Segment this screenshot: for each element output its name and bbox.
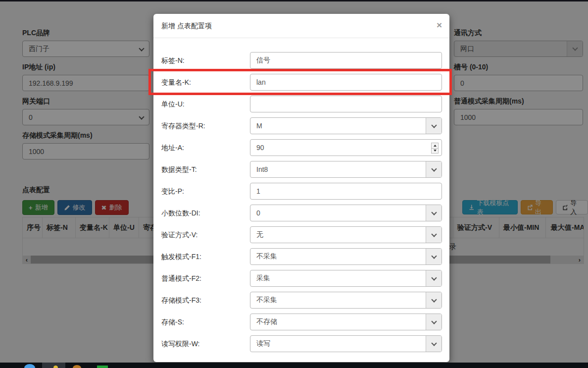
field-verify-v-value: 无	[256, 230, 263, 239]
field-rw-permission-w: 读写权限-W: 读写	[161, 335, 441, 352]
field-datatype-t-value: Int8	[256, 165, 268, 173]
field-storage-s-label: 存储-S:	[161, 314, 184, 330]
field-ratio-p-value[interactable]	[256, 187, 441, 195]
field-trigger-f1: 触发模式-F1: 不采集	[161, 248, 441, 265]
modal-title: 新增 点表配置项	[161, 22, 212, 31]
field-ratio-p: 变比-P:	[161, 183, 441, 200]
taskbar-app-icon[interactable]	[73, 365, 81, 368]
field-register-type-r-label: 寄存器类型-R:	[161, 117, 205, 134]
field-storage-s: 存储-S: 不存储	[161, 314, 441, 330]
select-arrow-box	[426, 270, 441, 286]
field-storage-s-select[interactable]: 不存储	[250, 314, 442, 330]
field-decimals-di-label: 小数位数-DI:	[161, 205, 200, 221]
field-normal-f2-label: 普通模式-F2:	[161, 270, 201, 287]
field-normal-f2-value: 采集	[256, 274, 270, 283]
field-unit-u-input[interactable]	[250, 96, 442, 112]
field-storage-mode-f3: 存储模式-F3: 不采集	[161, 292, 441, 309]
field-tag-n-label: 标签-N:	[161, 52, 185, 69]
field-verify-v-label: 验证方式-V:	[161, 226, 197, 243]
select-arrow-box	[426, 249, 441, 264]
field-address-a-input[interactable]	[250, 139, 442, 156]
chevron-down-icon	[431, 318, 437, 324]
field-decimals-di-value: 0	[256, 209, 260, 217]
field-decimals-di-select[interactable]: 0	[250, 205, 442, 221]
field-datatype-t-label: 数据类型-T:	[161, 161, 197, 178]
chevron-down-icon	[431, 166, 437, 171]
field-decimals-di: 小数位数-DI: 0	[161, 205, 441, 221]
taskbar-app-icon[interactable]	[53, 366, 58, 368]
field-register-type-r: 寄存器类型-R: M	[161, 117, 441, 134]
field-address-a: 地址-A:	[161, 139, 441, 156]
chevron-down-icon	[431, 231, 437, 237]
field-trigger-f1-select[interactable]: 不采集	[250, 248, 442, 265]
chevron-down-icon	[431, 253, 437, 259]
select-arrow-box	[426, 227, 441, 243]
select-arrow-box	[426, 292, 441, 308]
field-rw-permission-w-label: 读写权限-W:	[161, 335, 200, 352]
select-arrow-box	[426, 336, 441, 352]
field-trigger-f1-label: 触发模式-F1:	[161, 248, 201, 265]
add-point-modal: 新增 点表配置项 × 标签-N: 变量名-K: 单位-U: 寄存器类型-R: M	[153, 14, 449, 362]
chevron-down-icon	[431, 340, 437, 346]
field-storage-mode-f3-select[interactable]: 不采集	[250, 292, 442, 309]
select-arrow-box	[426, 314, 441, 330]
modal-header: 新增 点表配置项 ×	[153, 14, 449, 38]
taskbar[interactable]	[0, 363, 588, 368]
field-ratio-p-label: 变比-P:	[161, 183, 184, 200]
screen: PLC品牌 西门子 IP地址 (ip) 网关端口 0 存储模式采集周期(ms) …	[0, 0, 588, 368]
chevron-down-icon	[431, 210, 437, 215]
close-icon[interactable]: ×	[437, 20, 442, 31]
field-register-type-r-select[interactable]: M	[250, 117, 442, 134]
field-unit-u-label: 单位-U:	[161, 96, 185, 112]
field-tag-n-value[interactable]	[256, 56, 441, 64]
taskbar-app-icon[interactable]	[97, 366, 108, 368]
field-rw-permission-w-select[interactable]: 读写	[250, 335, 442, 352]
spinner-up-icon[interactable]	[432, 143, 438, 149]
field-address-a-label: 地址-A:	[161, 139, 184, 156]
spinner-down-icon[interactable]	[432, 149, 438, 154]
field-register-type-r-value: M	[256, 122, 262, 130]
field-unit-u: 单位-U:	[161, 96, 441, 112]
chevron-down-icon	[431, 122, 437, 128]
taskbar-browser-icon[interactable]	[24, 364, 35, 368]
field-ratio-p-input[interactable]	[250, 183, 442, 200]
chevron-down-icon	[431, 297, 437, 302]
field-trigger-f1-value: 不采集	[256, 252, 277, 261]
field-tag-n: 标签-N:	[161, 52, 441, 69]
field-rw-permission-w-value: 读写	[256, 339, 270, 348]
field-normal-f2-select[interactable]: 采集	[250, 270, 442, 287]
select-arrow-box	[426, 161, 441, 177]
field-unit-u-value[interactable]	[256, 100, 441, 108]
field-verify-v-select[interactable]: 无	[250, 226, 442, 243]
chevron-down-icon	[431, 275, 437, 280]
field-storage-s-value: 不存储	[256, 317, 277, 326]
select-arrow-box	[426, 118, 441, 134]
field-tag-n-input[interactable]	[250, 52, 442, 69]
field-datatype-t: 数据类型-T: Int8	[161, 161, 441, 178]
select-arrow-box	[426, 205, 441, 221]
field-datatype-t-select[interactable]: Int8	[250, 161, 442, 178]
field-normal-f2: 普通模式-F2: 采集	[161, 270, 441, 287]
field-storage-mode-f3-label: 存储模式-F3:	[161, 292, 201, 309]
number-spinner[interactable]	[431, 143, 439, 154]
annotation-highlight-box	[148, 69, 452, 95]
field-verify-v: 验证方式-V: 无	[161, 226, 441, 243]
field-address-a-value[interactable]	[256, 144, 441, 152]
field-storage-mode-f3-value: 不采集	[256, 296, 277, 305]
